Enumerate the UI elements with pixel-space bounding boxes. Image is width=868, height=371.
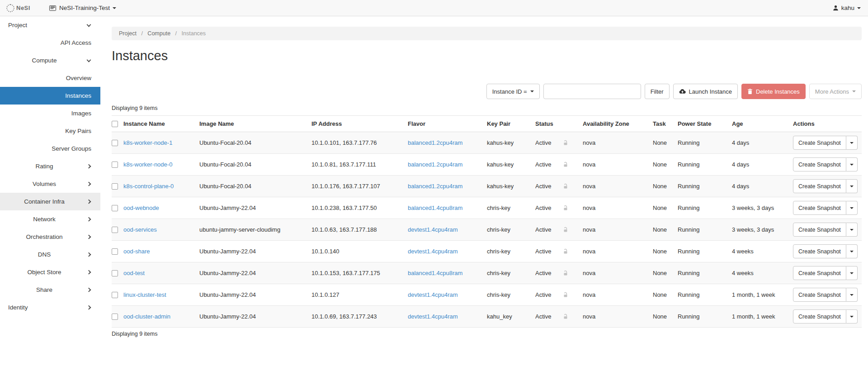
age-cell: 4 days	[732, 154, 793, 176]
power-state-cell: Running	[678, 262, 732, 284]
table-row: ood-cluster-adminUbuntu-Jammy-22.0410.1.…	[112, 306, 862, 328]
create-snapshot-button[interactable]: Create Snapshot	[793, 201, 846, 215]
chevron-right-icon	[87, 217, 91, 221]
age-cell: 4 days	[732, 176, 793, 197]
flavor-link[interactable]: balanced1.4cpu8ram	[408, 270, 462, 276]
row-actions-dropdown-button[interactable]	[846, 157, 858, 171]
row-actions-dropdown-button[interactable]	[846, 244, 858, 258]
sidebar-item-instances[interactable]: Instances	[0, 87, 100, 105]
lock-cell	[562, 306, 583, 328]
power-state-cell: Running	[678, 132, 732, 154]
row-actions-dropdown-button[interactable]	[846, 201, 858, 215]
sidebar-item-images[interactable]: Images	[0, 105, 100, 122]
age-cell: 1 month, 1 week	[732, 306, 793, 328]
sidebar-item-network[interactable]: Network	[0, 210, 100, 228]
flavor-link[interactable]: balanced1.4cpu8ram	[408, 205, 462, 211]
nesi-logo[interactable]: NeSI	[6, 4, 30, 12]
filter-search-input[interactable]	[543, 84, 641, 99]
chevron-down-icon	[850, 164, 854, 166]
create-snapshot-button[interactable]: Create Snapshot	[793, 157, 846, 171]
table-row: k8s-worker-node-0Ubuntu-Focal-20.0410.1.…	[112, 154, 862, 176]
filter-button[interactable]: Filter	[645, 84, 670, 99]
sidebar-item-server-groups[interactable]: Server Groups	[0, 140, 100, 157]
flavor-link[interactable]: balanced1.2cpu4ram	[408, 183, 462, 190]
create-snapshot-button[interactable]: Create Snapshot	[793, 136, 846, 150]
instance-checkbox[interactable]	[112, 270, 118, 276]
sidebar-item-rating[interactable]: Rating	[0, 157, 100, 175]
task-cell: None	[653, 306, 678, 328]
chevron-down-icon	[850, 229, 854, 231]
sidebar-item-overview[interactable]: Overview	[0, 69, 100, 87]
sidebar-item-volumes[interactable]: Volumes	[0, 175, 100, 193]
instance-name-link[interactable]: ood-share	[123, 248, 150, 255]
delete-instances-button[interactable]: Delete Instances	[741, 84, 806, 99]
instance-checkbox[interactable]	[112, 292, 118, 298]
instance-checkbox[interactable]	[112, 248, 118, 255]
instance-checkbox[interactable]	[112, 183, 118, 190]
instance-name-cell: k8s-worker-node-1	[123, 132, 199, 154]
instance-checkbox[interactable]	[112, 227, 118, 233]
sidebar-item-identity[interactable]: Identity	[0, 299, 100, 316]
sidebar-item-object-store[interactable]: Object Store	[0, 263, 100, 281]
instance-name-link[interactable]: ood-test	[123, 270, 145, 276]
image-name-cell: ubuntu-jammy-server-cloudimg	[199, 219, 311, 241]
launch-instance-button[interactable]: Launch Instance	[673, 84, 738, 99]
table-header-row: Instance NameImage NameIP AddressFlavorK…	[112, 116, 862, 132]
row-actions-dropdown-button[interactable]	[846, 309, 858, 323]
flavor-link[interactable]: balanced1.2cpu4ram	[408, 161, 462, 168]
instance-checkbox[interactable]	[112, 140, 118, 146]
instance-name-link[interactable]: ood-services	[123, 226, 157, 233]
sidebar-item-api-access[interactable]: API Access	[0, 34, 100, 52]
create-snapshot-button[interactable]: Create Snapshot	[793, 288, 846, 302]
sidebar-item-share[interactable]: Share	[0, 281, 100, 299]
create-snapshot-button[interactable]: Create Snapshot	[793, 309, 846, 323]
filter-field-dropdown[interactable]: Instance ID =	[486, 84, 540, 99]
row-actions-dropdown-button[interactable]	[846, 179, 858, 193]
instance-name-cell: ood-services	[123, 219, 199, 241]
row-actions-dropdown-button[interactable]	[846, 223, 858, 237]
user-menu[interactable]: kahu	[833, 5, 861, 11]
unlock-icon	[562, 226, 569, 233]
table-row: ood-servicesubuntu-jammy-server-cloudimg…	[112, 219, 862, 241]
sidebar-item-dns[interactable]: DNS	[0, 246, 100, 263]
breadcrumb-project[interactable]: Project	[119, 30, 137, 37]
create-snapshot-button[interactable]: Create Snapshot	[793, 223, 846, 237]
select-all-checkbox[interactable]	[112, 121, 118, 127]
sidebar-item-orchestration[interactable]: Orchestration	[0, 228, 100, 246]
create-snapshot-button[interactable]: Create Snapshot	[793, 266, 846, 280]
chevron-down-icon	[850, 207, 854, 209]
row-actions-dropdown-button[interactable]	[846, 288, 858, 302]
breadcrumb-compute[interactable]: Compute	[147, 30, 170, 37]
status-cell: Active	[535, 306, 562, 328]
flavor-cell: balanced1.4cpu8ram	[408, 262, 487, 284]
instance-checkbox[interactable]	[112, 205, 118, 211]
instance-name-link[interactable]: k8s-worker-node-0	[123, 161, 172, 168]
instance-checkbox[interactable]	[112, 314, 118, 320]
flavor-link[interactable]: devtest1.4cpu4ram	[408, 248, 458, 255]
create-snapshot-button[interactable]: Create Snapshot	[793, 244, 846, 258]
flavor-link[interactable]: devtest1.4cpu4ram	[408, 226, 458, 233]
instance-name-link[interactable]: linux-cluster-test	[123, 291, 166, 298]
sidebar-item-container-infra[interactable]: Container Infra	[0, 193, 100, 210]
key-pair-cell: kahus-key	[487, 154, 535, 176]
sidebar-item-compute[interactable]: Compute	[0, 52, 100, 69]
instance-checkbox[interactable]	[112, 162, 118, 168]
chevron-right-icon	[87, 234, 91, 239]
project-switcher[interactable]: NeSI-Training-Test	[49, 5, 116, 11]
actions-cell: Create Snapshot	[793, 176, 862, 197]
instance-name-link[interactable]: ood-cluster-admin	[123, 313, 170, 320]
flavor-link[interactable]: devtest1.4cpu4ram	[408, 291, 458, 298]
sidebar-item-project[interactable]: Project	[0, 16, 100, 34]
row-actions-dropdown-button[interactable]	[846, 136, 858, 150]
flavor-link[interactable]: devtest1.4cpu4ram	[408, 313, 458, 320]
instance-name-link[interactable]: ood-webnode	[123, 205, 159, 211]
flavor-cell: balanced1.4cpu8ram	[408, 197, 487, 219]
sidebar-item-key-pairs[interactable]: Key Pairs	[0, 122, 100, 140]
create-snapshot-button[interactable]: Create Snapshot	[793, 179, 846, 193]
instance-name-link[interactable]: k8s-worker-node-1	[123, 139, 172, 146]
instance-name-link[interactable]: k8s-control-plane-0	[123, 183, 174, 190]
row-actions-dropdown-button[interactable]	[846, 266, 858, 280]
flavor-link[interactable]: balanced1.2cpu4ram	[408, 139, 462, 146]
more-actions-button[interactable]: More Actions	[809, 84, 862, 99]
ip-address-cell: 10.1.0.176, 163.7.177.107	[311, 176, 408, 197]
